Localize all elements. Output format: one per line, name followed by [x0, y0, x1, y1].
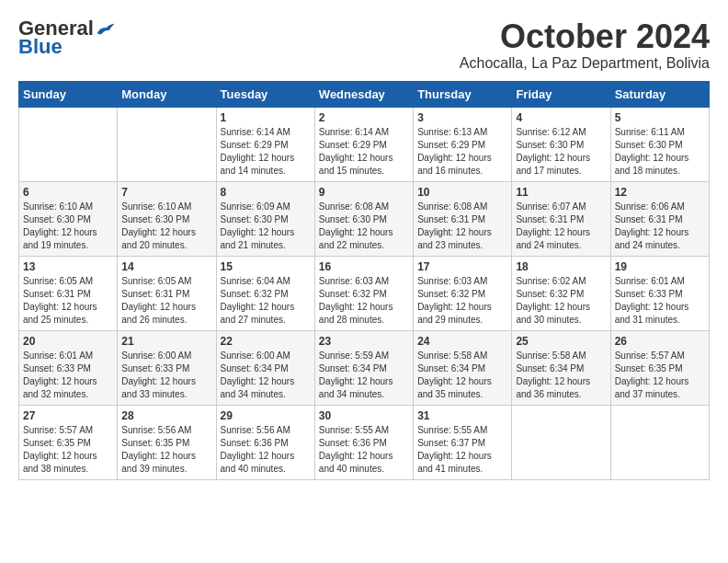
day-number: 4 [516, 111, 606, 124]
calendar-week-row: 6Sunrise: 6:10 AMSunset: 6:30 PMDaylight… [19, 181, 710, 256]
calendar-cell: 11Sunrise: 6:07 AMSunset: 6:31 PMDayligh… [512, 181, 610, 256]
calendar-cell [610, 405, 709, 479]
day-number: 18 [516, 260, 606, 273]
day-info: Sunrise: 5:58 AMSunset: 6:34 PMDaylight:… [516, 350, 606, 401]
weekday-header-friday: Friday [512, 81, 610, 107]
calendar-cell: 26Sunrise: 5:57 AMSunset: 6:35 PMDayligh… [610, 330, 709, 405]
day-number: 28 [121, 409, 211, 422]
weekday-header-sunday: Sunday [19, 81, 118, 107]
day-info: Sunrise: 6:13 AMSunset: 6:29 PMDaylight:… [417, 126, 507, 178]
logo: General Blue [18, 18, 116, 59]
calendar-cell: 8Sunrise: 6:09 AMSunset: 6:30 PMDaylight… [216, 181, 314, 256]
day-info: Sunrise: 5:57 AMSunset: 6:35 PMDaylight:… [615, 350, 705, 401]
day-number: 30 [319, 409, 409, 422]
day-info: Sunrise: 5:55 AMSunset: 6:37 PMDaylight:… [417, 424, 507, 476]
calendar-cell: 17Sunrise: 6:03 AMSunset: 6:32 PMDayligh… [414, 256, 512, 330]
weekday-header-monday: Monday [118, 81, 216, 107]
logo-blue-text: Blue [18, 35, 63, 59]
day-number: 9 [319, 186, 409, 199]
calendar-table: SundayMondayTuesdayWednesdayThursdayFrid… [18, 81, 710, 480]
day-info: Sunrise: 6:09 AMSunset: 6:30 PMDaylight:… [221, 201, 311, 252]
calendar-cell: 13Sunrise: 6:05 AMSunset: 6:31 PMDayligh… [19, 256, 118, 330]
day-info: Sunrise: 6:11 AMSunset: 6:30 PMDaylight:… [615, 126, 705, 178]
day-number: 29 [221, 409, 311, 422]
logo-bird-icon [96, 20, 116, 37]
day-info: Sunrise: 6:00 AMSunset: 6:33 PMDaylight:… [121, 350, 211, 401]
calendar-cell: 19Sunrise: 6:01 AMSunset: 6:33 PMDayligh… [610, 256, 709, 330]
calendar-cell: 6Sunrise: 6:10 AMSunset: 6:30 PMDaylight… [19, 181, 118, 256]
day-info: Sunrise: 5:56 AMSunset: 6:35 PMDaylight:… [121, 424, 211, 476]
calendar-cell: 18Sunrise: 6:02 AMSunset: 6:32 PMDayligh… [512, 256, 610, 330]
day-number: 5 [615, 111, 705, 124]
calendar-week-row: 13Sunrise: 6:05 AMSunset: 6:31 PMDayligh… [19, 256, 710, 330]
calendar-week-row: 1Sunrise: 6:14 AMSunset: 6:29 PMDaylight… [19, 107, 710, 181]
calendar-cell [512, 405, 610, 479]
weekday-header-thursday: Thursday [414, 81, 512, 107]
calendar-cell: 2Sunrise: 6:14 AMSunset: 6:29 PMDaylight… [314, 107, 413, 181]
day-info: Sunrise: 5:57 AMSunset: 6:35 PMDaylight:… [23, 424, 113, 476]
day-info: Sunrise: 6:08 AMSunset: 6:31 PMDaylight:… [417, 201, 507, 252]
calendar-cell: 3Sunrise: 6:13 AMSunset: 6:29 PMDaylight… [414, 107, 512, 181]
day-info: Sunrise: 6:04 AMSunset: 6:32 PMDaylight:… [221, 275, 311, 327]
day-info: Sunrise: 5:55 AMSunset: 6:36 PMDaylight:… [319, 424, 409, 476]
day-number: 15 [221, 260, 311, 273]
calendar-week-row: 27Sunrise: 5:57 AMSunset: 6:35 PMDayligh… [19, 405, 710, 479]
calendar-cell: 21Sunrise: 6:00 AMSunset: 6:33 PMDayligh… [118, 330, 216, 405]
day-number: 17 [417, 260, 507, 273]
day-info: Sunrise: 6:08 AMSunset: 6:30 PMDaylight:… [319, 201, 409, 252]
day-number: 22 [221, 335, 311, 348]
day-info: Sunrise: 6:10 AMSunset: 6:30 PMDaylight:… [23, 201, 113, 252]
calendar-cell: 5Sunrise: 6:11 AMSunset: 6:30 PMDaylight… [610, 107, 709, 181]
day-info: Sunrise: 6:01 AMSunset: 6:33 PMDaylight:… [615, 275, 705, 327]
calendar-cell: 31Sunrise: 5:55 AMSunset: 6:37 PMDayligh… [414, 405, 512, 479]
day-info: Sunrise: 6:05 AMSunset: 6:31 PMDaylight:… [121, 275, 211, 327]
day-number: 25 [516, 335, 606, 348]
day-info: Sunrise: 6:10 AMSunset: 6:30 PMDaylight:… [121, 201, 211, 252]
day-number: 3 [417, 111, 507, 124]
calendar-week-row: 20Sunrise: 6:01 AMSunset: 6:33 PMDayligh… [19, 330, 710, 405]
calendar-cell: 16Sunrise: 6:03 AMSunset: 6:32 PMDayligh… [314, 256, 413, 330]
day-number: 2 [319, 111, 409, 124]
calendar-cell [19, 107, 118, 181]
day-info: Sunrise: 6:07 AMSunset: 6:31 PMDaylight:… [516, 201, 606, 252]
calendar-cell [118, 107, 216, 181]
calendar-cell: 27Sunrise: 5:57 AMSunset: 6:35 PMDayligh… [19, 405, 118, 479]
calendar-cell: 15Sunrise: 6:04 AMSunset: 6:32 PMDayligh… [216, 256, 314, 330]
weekday-header-tuesday: Tuesday [216, 81, 314, 107]
day-number: 12 [615, 186, 705, 199]
calendar-cell: 28Sunrise: 5:56 AMSunset: 6:35 PMDayligh… [118, 405, 216, 479]
day-info: Sunrise: 6:05 AMSunset: 6:31 PMDaylight:… [23, 275, 113, 327]
day-number: 21 [121, 335, 211, 348]
day-info: Sunrise: 6:14 AMSunset: 6:29 PMDaylight:… [319, 126, 409, 178]
day-number: 6 [23, 186, 113, 199]
day-number: 24 [417, 335, 507, 348]
month-title: October 2024 [460, 18, 710, 55]
day-number: 14 [121, 260, 211, 273]
day-number: 10 [417, 186, 507, 199]
day-number: 1 [221, 111, 311, 124]
day-info: Sunrise: 6:06 AMSunset: 6:31 PMDaylight:… [615, 201, 705, 252]
day-info: Sunrise: 5:56 AMSunset: 6:36 PMDaylight:… [221, 424, 311, 476]
weekday-header-saturday: Saturday [610, 81, 709, 107]
calendar-cell: 25Sunrise: 5:58 AMSunset: 6:34 PMDayligh… [512, 330, 610, 405]
calendar-cell: 24Sunrise: 5:58 AMSunset: 6:34 PMDayligh… [414, 330, 512, 405]
day-number: 11 [516, 186, 606, 199]
day-info: Sunrise: 6:14 AMSunset: 6:29 PMDaylight:… [221, 126, 311, 178]
calendar-cell: 14Sunrise: 6:05 AMSunset: 6:31 PMDayligh… [118, 256, 216, 330]
calendar-header-row: SundayMondayTuesdayWednesdayThursdayFrid… [19, 81, 710, 107]
day-info: Sunrise: 6:12 AMSunset: 6:30 PMDaylight:… [516, 126, 606, 178]
calendar-cell: 23Sunrise: 5:59 AMSunset: 6:34 PMDayligh… [314, 330, 413, 405]
day-number: 16 [319, 260, 409, 273]
day-number: 27 [23, 409, 113, 422]
calendar-cell: 29Sunrise: 5:56 AMSunset: 6:36 PMDayligh… [216, 405, 314, 479]
day-number: 20 [23, 335, 113, 348]
day-info: Sunrise: 5:59 AMSunset: 6:34 PMDaylight:… [319, 350, 409, 401]
calendar-cell: 12Sunrise: 6:06 AMSunset: 6:31 PMDayligh… [610, 181, 709, 256]
day-number: 13 [23, 260, 113, 273]
day-number: 19 [615, 260, 705, 273]
day-number: 23 [319, 335, 409, 348]
title-area: October 2024 Achocalla, La Paz Departmen… [460, 18, 710, 72]
calendar-cell: 1Sunrise: 6:14 AMSunset: 6:29 PMDaylight… [216, 107, 314, 181]
day-number: 7 [121, 186, 211, 199]
day-number: 26 [615, 335, 705, 348]
